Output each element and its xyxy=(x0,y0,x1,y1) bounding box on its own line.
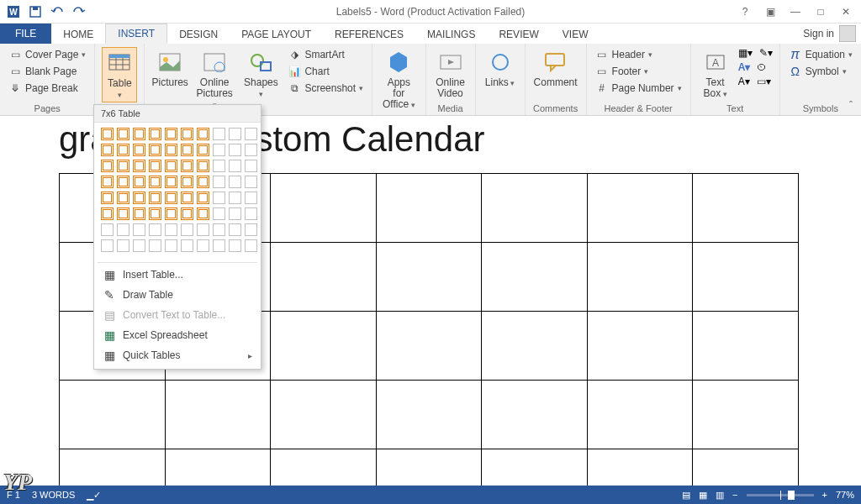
symbol-button[interactable]: ΩSymbol xyxy=(787,64,848,79)
zoom-level[interactable]: 77% xyxy=(836,490,854,500)
grid-cell[interactable] xyxy=(101,239,114,252)
grid-cell[interactable] xyxy=(213,207,225,220)
grid-cell[interactable] xyxy=(117,176,129,188)
tab-insert[interactable]: INSERT xyxy=(105,24,167,44)
grid-cell[interactable] xyxy=(229,144,241,156)
grid-cell[interactable] xyxy=(181,128,193,140)
equation-button[interactable]: πEquation xyxy=(787,47,854,62)
calendar-cell[interactable] xyxy=(587,312,693,381)
grid-cell[interactable] xyxy=(245,176,257,188)
calendar-cell[interactable] xyxy=(165,449,271,486)
grid-cell[interactable] xyxy=(133,207,145,220)
excel-spreadsheet-item[interactable]: ▦Excel Spreadsheet xyxy=(94,325,261,345)
calendar-cell[interactable] xyxy=(271,174,377,243)
grid-cell[interactable] xyxy=(181,207,193,220)
collapse-ribbon-icon[interactable]: ˆ xyxy=(849,100,853,112)
grid-cell[interactable] xyxy=(181,192,193,204)
calendar-cell[interactable] xyxy=(60,449,166,486)
calendar-cell[interactable] xyxy=(587,381,693,449)
online-video-button[interactable]: Online Video xyxy=(433,47,468,101)
apps-for-office-button[interactable]: Apps for Office xyxy=(379,47,418,113)
smartart-button[interactable]: ⬗SmartArt xyxy=(286,47,346,62)
grid-cell[interactable] xyxy=(181,176,193,188)
maximize-icon[interactable]: □ xyxy=(812,6,829,18)
cover-page-button[interactable]: ▭Cover Page xyxy=(7,47,87,62)
calendar-cell[interactable] xyxy=(693,312,799,381)
quick-parts-icon[interactable]: ▦▾ xyxy=(738,47,753,59)
calendar-cell[interactable] xyxy=(376,381,482,449)
tab-view[interactable]: VIEW xyxy=(551,25,600,44)
tab-review[interactable]: REVIEW xyxy=(487,25,550,44)
grid-cell[interactable] xyxy=(213,192,225,204)
links-button[interactable]: Links xyxy=(483,47,518,90)
grid-cell[interactable] xyxy=(149,207,161,220)
calendar-cell[interactable] xyxy=(693,449,799,486)
pictures-button[interactable]: Pictures xyxy=(151,47,188,113)
grid-cell[interactable] xyxy=(197,192,209,204)
save-icon[interactable] xyxy=(25,2,45,22)
minimize-icon[interactable]: ― xyxy=(787,6,804,18)
redo-icon[interactable] xyxy=(69,2,89,22)
grid-cell[interactable] xyxy=(245,207,257,220)
grid-cell[interactable] xyxy=(133,128,145,140)
grid-cell[interactable] xyxy=(165,144,177,156)
grid-cell[interactable] xyxy=(133,192,145,204)
grid-cell[interactable] xyxy=(245,192,257,204)
comment-button[interactable]: Comment xyxy=(532,47,579,90)
calendar-cell[interactable] xyxy=(587,174,693,243)
calendar-cell[interactable] xyxy=(693,381,799,449)
header-button[interactable]: ▭Header xyxy=(594,47,654,62)
grid-cell[interactable] xyxy=(133,176,145,188)
date-time-icon[interactable]: ⏲ xyxy=(757,61,767,73)
help-icon[interactable]: ? xyxy=(737,6,753,18)
proofing-icon[interactable]: ▁✓ xyxy=(87,490,101,501)
grid-cell[interactable] xyxy=(229,239,241,252)
calendar-cell[interactable] xyxy=(482,243,588,312)
grid-cell[interactable] xyxy=(117,223,129,236)
grid-cell[interactable] xyxy=(197,207,209,220)
grid-cell[interactable] xyxy=(197,223,209,236)
calendar-cell[interactable] xyxy=(587,243,693,312)
calendar-cell[interactable] xyxy=(693,174,799,243)
calendar-cell[interactable] xyxy=(271,243,377,312)
grid-cell[interactable] xyxy=(213,239,225,252)
grid-cell[interactable] xyxy=(197,239,209,252)
grid-cell[interactable] xyxy=(181,223,193,236)
grid-cell[interactable] xyxy=(101,128,114,140)
print-layout-icon[interactable]: ▦ xyxy=(699,490,707,501)
grid-cell[interactable] xyxy=(197,128,209,140)
grid-cell[interactable] xyxy=(197,160,209,172)
grid-cell[interactable] xyxy=(229,176,241,188)
zoom-out-icon[interactable]: − xyxy=(732,490,737,500)
grid-cell[interactable] xyxy=(165,176,177,188)
grid-cell[interactable] xyxy=(133,223,145,236)
grid-cell[interactable] xyxy=(245,128,257,140)
grid-cell[interactable] xyxy=(165,160,177,172)
grid-cell[interactable] xyxy=(229,128,241,140)
signature-icon[interactable]: ✎▾ xyxy=(759,47,773,59)
calendar-cell[interactable] xyxy=(482,449,588,486)
calendar-cell[interactable] xyxy=(271,449,377,486)
grid-cell[interactable] xyxy=(101,192,114,204)
zoom-in-icon[interactable]: + xyxy=(822,490,827,500)
drop-cap-icon[interactable]: A▾ xyxy=(738,76,750,87)
grid-cell[interactable] xyxy=(165,223,177,236)
online-pictures-button[interactable]: Online Pictures xyxy=(193,47,235,113)
close-icon[interactable]: ✕ xyxy=(837,6,854,18)
calendar-cell[interactable] xyxy=(60,381,166,449)
text-box-button[interactable]: AText Box xyxy=(698,47,733,101)
grid-cell[interactable] xyxy=(165,207,177,220)
grid-cell[interactable] xyxy=(101,176,114,188)
grid-cell[interactable] xyxy=(181,144,193,156)
grid-cell[interactable] xyxy=(133,144,145,156)
grid-cell[interactable] xyxy=(101,207,114,220)
grid-cell[interactable] xyxy=(133,160,145,172)
tab-references[interactable]: REFERENCES xyxy=(323,25,415,44)
grid-cell[interactable] xyxy=(165,192,177,204)
object-icon[interactable]: ▭▾ xyxy=(757,76,771,87)
grid-cell[interactable] xyxy=(165,239,177,252)
grid-cell[interactable] xyxy=(149,239,161,252)
grid-cell[interactable] xyxy=(149,144,161,156)
grid-cell[interactable] xyxy=(149,192,161,204)
grid-cell[interactable] xyxy=(165,128,177,140)
